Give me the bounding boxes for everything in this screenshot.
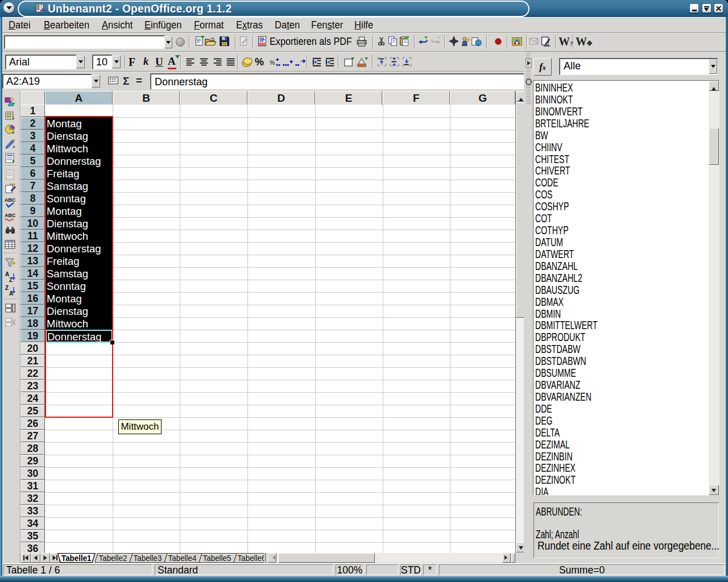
svg-text:Z: Z bbox=[5, 285, 9, 291]
svg-text:ABC: ABC bbox=[5, 197, 16, 203]
svg-text:Tabelle4: Tabelle4 bbox=[168, 554, 197, 563]
svg-text:Tabelle1: Tabelle1 bbox=[61, 554, 92, 563]
svg-text:Tabelle3: Tabelle3 bbox=[134, 554, 162, 563]
svg-text:%: % bbox=[270, 59, 275, 66]
svg-text:Tabelle5: Tabelle5 bbox=[203, 554, 231, 563]
svg-text:Tabelle2: Tabelle2 bbox=[99, 554, 127, 563]
svg-text:ABC: ABC bbox=[5, 213, 16, 218]
svg-text:Tabelle6: Tabelle6 bbox=[238, 554, 266, 563]
